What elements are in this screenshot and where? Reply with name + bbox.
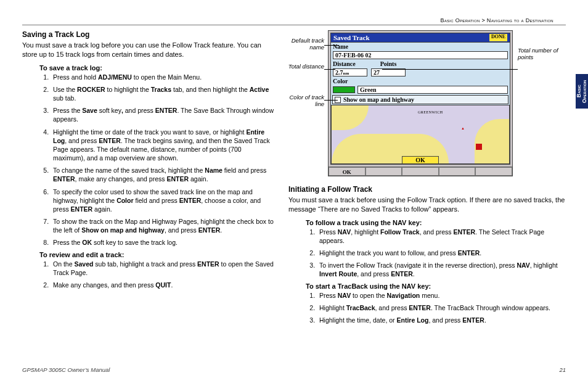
list-item: To change the name of the saved track, h… bbox=[51, 166, 275, 183]
right-column: Default track name Total distance Color … bbox=[288, 30, 566, 328]
list-item: Highlight the track you want to follow, … bbox=[317, 249, 566, 257]
name-field[interactable]: 07-FEB-06 02 bbox=[333, 51, 508, 59]
left-column: Saving a Track Log You must save a track… bbox=[22, 30, 275, 328]
intro-para: You must save a track log before you can… bbox=[22, 41, 275, 59]
follow-steps: Press NAV, highlight Follow Track, and p… bbox=[317, 228, 566, 279]
done-badge: DONE bbox=[489, 34, 507, 41]
footer-manual: GPSMAP 3005C Owner’s Manual bbox=[22, 366, 110, 373]
section-title-follow: Initiating a Follow Track bbox=[288, 185, 566, 194]
header-rule bbox=[22, 25, 566, 25]
section-title-saving: Saving a Track Log bbox=[22, 30, 275, 39]
callout-color-line: Color of track line bbox=[285, 94, 324, 108]
figure: Default track name Total distance Color … bbox=[288, 30, 566, 176]
list-item: To specify the color used to show the sa… bbox=[51, 187, 275, 214]
ok-map-button[interactable]: OK bbox=[402, 156, 439, 164]
map-label-greenwich: GREENWICH bbox=[418, 110, 443, 114]
name-label: Name bbox=[333, 43, 348, 50]
callout-total-distance: Total distance bbox=[285, 64, 324, 70]
list-item: Use the ROCKER to highlight the Tracks t… bbox=[51, 85, 275, 102]
screen-title-text: Saved Track bbox=[333, 34, 370, 41]
list-item: Highlight the time or date of the track … bbox=[51, 128, 275, 163]
list-item: Highlight the time, date, or Entire Log,… bbox=[317, 316, 566, 324]
screen-titlebar: Saved Track DONE bbox=[330, 33, 510, 43]
breadcrumb-subsection: Navigating to a Destination bbox=[487, 17, 553, 23]
list-item: Press NAV to open the Navigation menu. bbox=[317, 291, 566, 300]
distance-label: Distance bbox=[333, 60, 356, 67]
list-item: To show the track on the Map and Highway… bbox=[51, 217, 275, 234]
softkey-bar: OK bbox=[329, 167, 512, 176]
list-item: Press and hold ADJ/MENU to open the Main… bbox=[51, 73, 275, 81]
list-item: To invert the Follow Track (navigate it … bbox=[317, 261, 566, 278]
side-tab: Basic Operation bbox=[576, 74, 588, 109]
points-label: Points bbox=[380, 60, 397, 67]
color-label: Color bbox=[333, 78, 348, 84]
color-field[interactable]: Green bbox=[357, 86, 508, 94]
subhead-save: To save a track log: bbox=[39, 64, 275, 72]
softkey-ok[interactable]: OK bbox=[329, 167, 365, 176]
color-swatch[interactable] bbox=[333, 86, 355, 93]
subhead-tracback: To start a TracBack using the NAV key: bbox=[306, 282, 566, 290]
list-item: Make any changes, and then press QUIT. bbox=[51, 281, 275, 289]
list-item: Press the OK soft key to save the track … bbox=[51, 238, 275, 247]
device-screenshot: Saved Track DONE Name 07-FEB-06 02 Dista… bbox=[328, 30, 513, 176]
tracback-steps: Press NAV to open the Navigation menu.Hi… bbox=[317, 291, 566, 325]
callout-total-points: Total number of points bbox=[518, 47, 561, 61]
footer-page: 21 bbox=[559, 366, 566, 373]
show-label: Show on map and highway bbox=[343, 96, 414, 103]
follow-intro: You must save a track before using the F… bbox=[288, 196, 566, 214]
review-steps: On the Saved sub tab, highlight a track … bbox=[51, 260, 275, 290]
distance-field[interactable]: 2.7nm bbox=[333, 68, 367, 76]
callout-default-name: Default track name bbox=[285, 38, 324, 51]
subhead-follow: To follow a track using the NAV key: bbox=[306, 219, 566, 226]
breadcrumb-section: Basic Operation bbox=[440, 17, 480, 23]
footer: GPSMAP 3005C Owner’s Manual 21 bbox=[22, 366, 566, 373]
save-steps: Press and hold ADJ/MENU to open the Main… bbox=[51, 73, 275, 247]
subhead-review: To review and edit a track: bbox=[39, 251, 275, 258]
list-item: Press NAV, highlight Follow Track, and p… bbox=[317, 228, 566, 245]
list-item: Press the Save soft key, and press ENTER… bbox=[51, 106, 275, 123]
breadcrumb: Basic Operation > Navigating to a Destin… bbox=[22, 17, 566, 23]
list-item: On the Saved sub tab, highlight a track … bbox=[51, 260, 275, 277]
list-item: Highlight TracBack, and press ENTER. The… bbox=[317, 303, 566, 312]
map-preview: GREENWICH ▲ OK bbox=[331, 105, 510, 164]
